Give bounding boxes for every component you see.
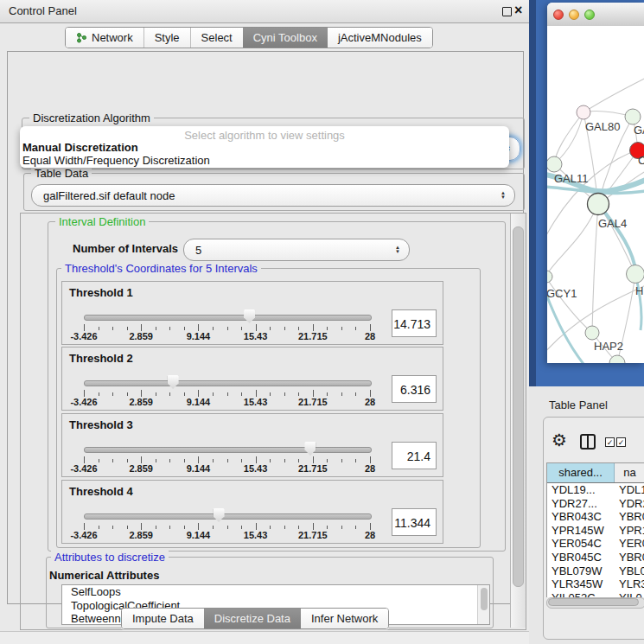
zoom-traffic-light-icon[interactable] xyxy=(584,10,595,20)
column-header-shared-name[interactable]: shared... xyxy=(547,463,615,482)
slider-track[interactable] xyxy=(84,513,372,520)
network-node[interactable] xyxy=(625,109,641,124)
slider-track[interactable] xyxy=(84,447,372,453)
discretization-algorithm-group-title: Discretization Algorithm xyxy=(29,112,154,124)
slider-handle[interactable] xyxy=(304,442,316,456)
attribute-item[interactable]: SelfLoops xyxy=(62,585,489,599)
table-row[interactable]: YBL079WYBL0 xyxy=(547,564,644,578)
table-row[interactable]: YER054CYER0 xyxy=(547,537,644,551)
cell-name[interactable]: YPR1 xyxy=(614,524,644,538)
cell-name[interactable]: YBR0 xyxy=(614,510,644,524)
network-canvas[interactable]: GAL80 GA GAL11 GAL4 GCY1 H HAP2 C xyxy=(547,26,644,363)
column-header-name[interactable]: na xyxy=(615,463,644,482)
table-row[interactable]: YBR043CYBR0 xyxy=(547,510,644,524)
minimize-traffic-light-icon[interactable] xyxy=(569,10,579,20)
slider-handle[interactable] xyxy=(168,375,179,389)
threshold-2-slider[interactable] xyxy=(84,374,370,390)
vertical-scrollbar-thumb[interactable] xyxy=(513,226,524,587)
threshold-2-value-field[interactable]: 6.316 xyxy=(392,375,437,403)
table-data-combobox[interactable]: galFiltered.sif default node ▲▼ xyxy=(31,184,515,207)
close-traffic-light-icon[interactable] xyxy=(553,10,564,20)
network-node[interactable] xyxy=(588,194,609,215)
cell-name[interactable]: YDL1 xyxy=(614,483,644,497)
tab-discretize-data[interactable]: Discretize Data xyxy=(204,609,301,628)
tab-jactivemnodules[interactable]: jActiveMNodules xyxy=(328,28,432,48)
threshold-1-slider[interactable] xyxy=(84,309,370,324)
tab-network-label: Network xyxy=(92,31,133,44)
number-of-intervals-combobox[interactable]: 5 ▲▼ xyxy=(183,239,410,261)
cell-name[interactable]: YLR3 xyxy=(614,577,644,591)
table-row[interactable]: YDR27...YDR2 xyxy=(547,497,644,511)
cell-name[interactable]: YDR2 xyxy=(614,497,644,511)
checkbox-icon[interactable]: ✓ xyxy=(605,437,615,447)
tab-impute-data[interactable]: Impute Data xyxy=(122,609,204,628)
cell-shared-name[interactable]: YIL052C xyxy=(547,591,614,597)
cell-shared-name[interactable]: YLR345W xyxy=(547,577,614,591)
threshold-3-value-field[interactable]: 21.4 xyxy=(392,442,437,469)
network-node[interactable] xyxy=(585,326,599,340)
slider-tick-mark xyxy=(298,526,299,529)
node-label: GCY1 xyxy=(547,287,577,300)
split-columns-icon[interactable] xyxy=(580,434,596,450)
slider-track[interactable] xyxy=(84,380,372,386)
network-node[interactable] xyxy=(577,105,590,119)
threshold-3-slider[interactable] xyxy=(84,441,370,456)
tab-style[interactable]: Style xyxy=(143,28,190,48)
threshold-3-label: Threshold 3 xyxy=(69,418,133,431)
slider-tick-mark xyxy=(156,392,156,396)
table-hscrollbar-thumb[interactable] xyxy=(548,598,639,606)
slider-handle[interactable] xyxy=(214,508,225,522)
cell-name[interactable]: YBL0 xyxy=(614,564,644,578)
table-row[interactable]: YIL052CYIL0 xyxy=(547,591,644,597)
thresholds-group-title: Threshold's Coordinates for 5 Intervals xyxy=(61,262,261,275)
cell-shared-name[interactable]: YBR043C xyxy=(547,510,614,524)
table-row[interactable]: YLR345WYLR3 xyxy=(547,577,644,591)
float-window-icon[interactable] xyxy=(502,7,512,16)
slider-tick-label: 15.43 xyxy=(244,463,268,474)
list-scrollbar-track[interactable] xyxy=(477,585,489,624)
list-scrollbar-thumb[interactable] xyxy=(481,588,488,610)
cell-shared-name[interactable]: YDR27... xyxy=(547,497,614,511)
tab-cyni-toolbox[interactable]: Cyni Toolbox xyxy=(243,28,328,48)
algorithm-option-manual[interactable]: Manual Discretization xyxy=(22,141,138,154)
checkbox-icon[interactable]: ✓ xyxy=(616,437,626,447)
slider-track[interactable] xyxy=(84,315,372,321)
slider-tick-label: 28 xyxy=(365,463,375,474)
table-row[interactable]: YPR145WYPR1 xyxy=(547,524,644,538)
network-node[interactable] xyxy=(547,156,562,172)
threshold-1-value-field[interactable]: 14.713 xyxy=(392,309,437,337)
table-row[interactable]: YDL19...YDL1 xyxy=(547,483,644,497)
close-window-icon[interactable]: × xyxy=(514,2,522,19)
cell-shared-name[interactable]: YER054C xyxy=(547,537,614,551)
slider-tick-label: 21.715 xyxy=(298,463,328,474)
cell-shared-name[interactable]: YPR145W xyxy=(547,524,614,538)
network-window-titlebar[interactable] xyxy=(547,3,644,27)
cell-shared-name[interactable]: YBL079W xyxy=(547,564,614,578)
cell-name[interactable]: YIL0 xyxy=(614,591,644,597)
slider-tick-mark xyxy=(184,459,185,462)
slider-tick-mark xyxy=(99,392,99,396)
cell-shared-name[interactable]: YDL19... xyxy=(547,483,614,497)
tab-infer-network[interactable]: Infer Network xyxy=(301,609,388,628)
network-view-window[interactable]: GAL80 GA GAL11 GAL4 GCY1 H HAP2 C xyxy=(547,3,644,363)
slider-tick-labels: -3.4262.8599.14415.4321.71528 xyxy=(84,331,370,341)
cell-name[interactable]: YBR0 xyxy=(614,551,644,564)
tab-network[interactable]: Network xyxy=(66,28,143,48)
threshold-4-slider[interactable] xyxy=(84,507,370,523)
desktop-edge xyxy=(529,0,536,386)
gear-icon[interactable]: ⚙ xyxy=(552,430,567,450)
cell-shared-name[interactable]: YBR045C xyxy=(547,551,614,564)
algorithm-option-equal-width[interactable]: Equal Width/Frequency Discretization xyxy=(22,154,210,167)
table-row[interactable]: YBR045CYBR0 xyxy=(547,551,644,564)
network-node[interactable] xyxy=(627,265,644,284)
slider-tick-mark xyxy=(370,456,371,463)
slider-tick-mark xyxy=(241,526,242,529)
slider-handle[interactable] xyxy=(244,309,255,323)
tab-select[interactable]: Select xyxy=(190,28,243,48)
slider-tick-label: 2.859 xyxy=(129,463,153,474)
network-node[interactable] xyxy=(547,271,552,283)
threshold-4-value-field[interactable]: 11.344 xyxy=(392,508,437,536)
slider-tick-mark xyxy=(270,392,271,396)
threshold-4-label: Threshold 4 xyxy=(69,485,133,498)
cell-name[interactable]: YER0 xyxy=(614,537,644,551)
